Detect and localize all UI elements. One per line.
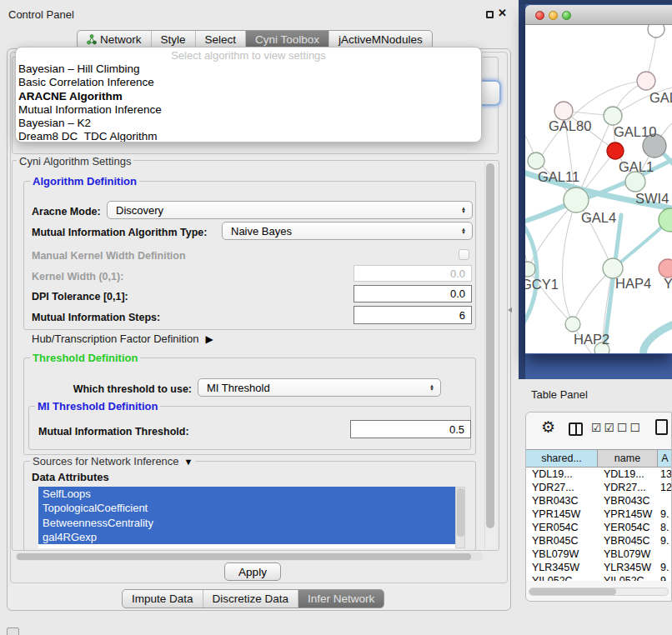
table-row[interactable]: YLR345WYLR345W9. <box>526 561 672 574</box>
kernel-width-field[interactable]: 0.0 <box>354 265 472 282</box>
data-attributes-list: SelfLoopsTopologicalCoefficientBetweenne… <box>38 487 455 548</box>
tab-network[interactable]: Network <box>78 31 151 48</box>
panel-title: Control Panel <box>8 8 74 21</box>
sources-toggle[interactable]: Sources for Network Inference▼ <box>30 455 195 468</box>
mi-steps-field[interactable]: 6 <box>354 306 472 324</box>
tab-jactivemnodules[interactable]: jActiveMNodules <box>328 31 432 48</box>
apply-button[interactable]: Apply <box>224 562 281 581</box>
network-node[interactable] <box>565 317 580 332</box>
algorithm-option[interactable]: Bayesian – Hill Climbing <box>16 62 481 76</box>
select-all-checkboxes-icon[interactable]: ☑☑ <box>591 421 617 434</box>
aracne-mode-label: Aracne Mode: <box>32 206 101 218</box>
gear-icon[interactable]: ⚙ <box>541 418 555 437</box>
clear-checkboxes-icon[interactable]: ☐☐ <box>617 421 643 434</box>
zoom-traffic-light-icon[interactable] <box>562 11 571 20</box>
algorithm-option[interactable]: Dream8 DC_TDC Algorithm <box>16 130 481 142</box>
manual-kernel-width-checkbox[interactable] <box>459 249 469 260</box>
mi-threshold-field[interactable]: 0.5 <box>350 420 471 438</box>
manual-kernel-width-label: Manual Kernel Width Definition <box>32 250 186 262</box>
algorithm-definition-title: Algorithm Definition <box>30 175 139 188</box>
tab-style[interactable]: Style <box>151 31 195 48</box>
settings-vertical-scrollbar-thumb[interactable] <box>486 163 494 528</box>
table-row[interactable]: YDR27...YDR27...12 <box>526 481 672 494</box>
table-cell: YER054C <box>598 521 658 534</box>
data-attribute-option[interactable]: BetweennessCentrality <box>38 516 455 530</box>
mi-algorithm-type-select[interactable]: Naive Bayes ▲▼ <box>222 222 473 240</box>
attributes-scrollbar-thumb[interactable] <box>457 488 464 537</box>
hub-definition-toggle[interactable]: Hub/Transcription Factor Definition▶ <box>32 332 213 345</box>
dpi-tolerance-label: DPI Tolerance [0,1]: <box>32 291 128 302</box>
tab-impute-data[interactable]: Impute Data <box>123 590 203 608</box>
table-row[interactable]: YDL19...YDL19...13 <box>526 468 672 481</box>
table-cell <box>658 494 672 508</box>
tab-discretize-data[interactable]: Discretize Data <box>203 590 298 608</box>
data-attribute-option[interactable]: gal4RGexp <box>38 530 455 544</box>
tab-label: jActiveMNodules <box>339 33 423 46</box>
network-view-canvas[interactable]: GAL GAL80 GAL10 GAL1 GAL11 SWI4 GAL4 GCY… <box>525 25 672 353</box>
network-window-titlebar[interactable] <box>525 5 672 25</box>
dock-panel-icon[interactable] <box>7 628 19 635</box>
algorithm-option[interactable]: Bayesian – K2 <box>16 117 481 130</box>
column-header-clipped[interactable]: A <box>658 450 672 467</box>
node-label: GCY1 <box>525 277 559 292</box>
network-node[interactable] <box>554 102 573 120</box>
network-node-selected[interactable] <box>607 142 624 159</box>
data-attribute-option[interactable]: SelfLoops <box>38 487 455 501</box>
algorithm-option-list: Bayesian – Hill ClimbingBasic Correlatio… <box>16 62 481 142</box>
which-threshold-select[interactable]: MI Threshold ▲▼ <box>198 378 441 397</box>
table-row[interactable]: YER054CYER054C8. <box>526 521 672 534</box>
column-header-name[interactable]: name <box>598 450 658 467</box>
tab-label: Select <box>205 33 237 46</box>
table-row[interactable]: YBR045CYBR045C9. <box>526 534 672 548</box>
panel-splitter-handle[interactable] <box>508 308 512 312</box>
table-horizontal-scrollbar-thumb[interactable] <box>529 588 616 595</box>
table-row[interactable]: YIL052CYIL052C9 <box>526 574 672 581</box>
desktop-left-edge <box>519 4 525 379</box>
node-label: GAL1 <box>619 159 654 174</box>
node-label: Y <box>664 276 672 291</box>
network-node[interactable] <box>604 107 622 125</box>
algorithm-option[interactable]: ARACNE Algorithm <box>16 90 481 103</box>
mi-algorithm-type-label: Mutual Information Algorithm Type: <box>32 227 207 238</box>
algorithm-option[interactable]: Mutual Information Inference <box>16 103 481 117</box>
tab-select[interactable]: Select <box>195 31 246 48</box>
network-node[interactable] <box>637 72 655 90</box>
table-cell: YBR043C <box>598 494 658 508</box>
table-row[interactable]: YBR043CYBR043C <box>526 494 672 508</box>
which-threshold-label: Which threshold to use: <box>50 383 192 395</box>
network-node-labels: GAL GAL80 GAL10 GAL1 GAL11 SWI4 GAL4 GCY… <box>525 90 672 347</box>
network-node[interactable] <box>659 259 672 278</box>
float-window-icon[interactable] <box>486 11 494 18</box>
network-icon <box>87 34 97 45</box>
algorithm-dropdown-popup: Select algorithm to view settings Bayesi… <box>15 47 482 142</box>
tab-label: Style <box>161 33 186 46</box>
aracne-mode-select[interactable]: Discovery ▲▼ <box>107 201 473 219</box>
settings-group-title: Cyni Algorithm Settings <box>17 155 133 168</box>
network-nodes <box>525 25 672 353</box>
minimize-traffic-light-icon[interactable] <box>549 11 558 20</box>
close-icon[interactable]: ✕ <box>498 7 507 19</box>
network-node[interactable] <box>648 25 664 38</box>
table-cell: YER054C <box>526 521 598 534</box>
tab-infer-network[interactable]: Infer Network <box>298 590 384 608</box>
network-node[interactable] <box>625 172 645 192</box>
tab-label: Impute Data <box>132 592 193 605</box>
network-node[interactable] <box>528 152 544 169</box>
dpi-tolerance-field[interactable]: 0.0 <box>354 285 472 302</box>
network-node[interactable] <box>525 262 535 277</box>
data-attribute-option[interactable]: TopologicalCoefficient <box>38 501 455 515</box>
bottom-tabbar: Impute Data Discretize Data Infer Networ… <box>122 589 384 608</box>
table-cell: YBR045C <box>598 534 658 548</box>
table-row[interactable]: YPR145WYPR145W9. <box>526 508 672 521</box>
tab-cyni-toolbox[interactable]: Cyni Toolbox <box>245 31 328 48</box>
settings-horizontal-scrollbar-thumb[interactable] <box>17 553 471 560</box>
network-node[interactable] <box>564 188 589 212</box>
columns-icon[interactable] <box>569 422 583 436</box>
chevron-right-icon: ▶ <box>205 333 213 345</box>
algorithm-option[interactable]: Basic Correlation Inference <box>16 76 481 89</box>
close-traffic-light-icon[interactable] <box>535 11 544 20</box>
table-row[interactable]: YBL079WYBL079W <box>526 548 672 561</box>
node-label: GAL4 <box>581 210 616 225</box>
column-header-shared-name[interactable]: shared... <box>526 450 598 467</box>
export-table-icon[interactable] <box>655 419 668 435</box>
